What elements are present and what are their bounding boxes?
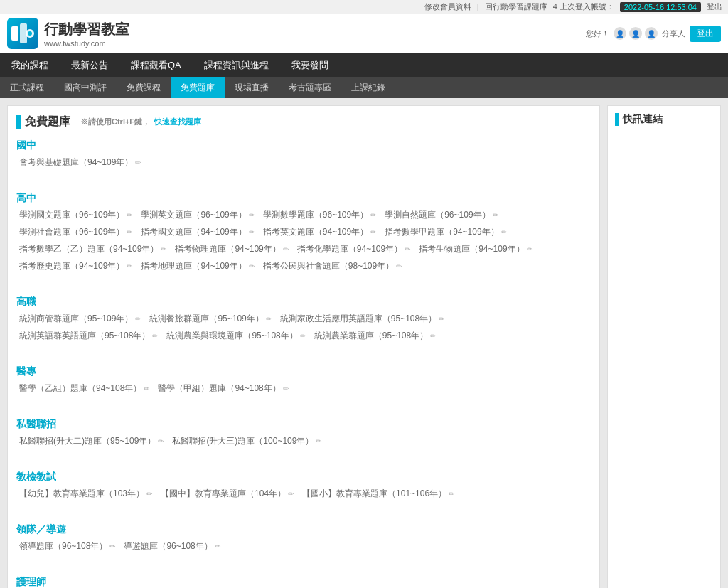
item-link[interactable]: 指考數學乙（乙）題庫（94~109年） [19, 243, 159, 255]
category-title[interactable]: 護理師 [16, 576, 591, 588]
edit-icon[interactable]: ✏ [449, 490, 454, 498]
item-link[interactable]: 統測餐旅群題庫（95~109年） [149, 313, 263, 325]
category-title[interactable]: 高中 [16, 192, 591, 205]
item-link[interactable]: 指考公民與社會題庫（98~109年） [263, 260, 394, 272]
item-link[interactable]: 指考化學題庫（94~109年） [297, 243, 402, 255]
edit-icon[interactable]: ✏ [249, 228, 255, 236]
edit-icon[interactable]: ✏ [396, 262, 402, 270]
item-link[interactable]: 學測國文題庫（96~109年） [19, 209, 124, 221]
item-link[interactable]: 學測社會題庫（96~109年） [19, 226, 124, 238]
item-link[interactable]: 私醫聯招(升大三)題庫（100~109年） [172, 435, 314, 447]
hint-link[interactable]: 快速查找題庫 [154, 117, 201, 127]
primary-nav-item[interactable]: 課程資訊與進程 [193, 53, 280, 77]
secondary-nav-item[interactable]: 免費題庫 [171, 77, 225, 98]
primary-nav-item[interactable]: 課程觀看QA [119, 53, 193, 77]
secondary-nav-item[interactable]: 考古題專區 [279, 77, 341, 98]
item-link[interactable]: 導遊題庫（96~108年） [124, 540, 212, 552]
page-title: 免費題庫 [25, 114, 70, 129]
item-link[interactable]: 指考地理題庫（94~109年） [141, 260, 246, 272]
user-icons: 👤 👤 👤 [614, 27, 658, 40]
edit-icon[interactable]: ✏ [430, 332, 436, 340]
secondary-nav-item[interactable]: 國高中測評 [54, 77, 117, 98]
logo-text: 行動學習教室 www.twstudy.com [44, 20, 129, 48]
item-link[interactable]: 學測自然題庫（96~109年） [385, 209, 490, 221]
edit-icon[interactable]: ✏ [135, 159, 141, 166]
edit-icon[interactable]: ✏ [493, 211, 498, 219]
primary-nav-item[interactable]: 我要發問 [280, 53, 340, 77]
edit-icon[interactable]: ✏ [501, 228, 507, 236]
category-title[interactable]: 領隊／導遊 [16, 523, 591, 536]
edit-icon[interactable]: ✏ [300, 332, 306, 340]
edit-icon[interactable]: ✏ [158, 437, 164, 445]
item-link[interactable]: 指考生物題庫（94~109年） [419, 243, 524, 255]
item-link[interactable]: 【國中】教育專業題庫（104年） [161, 488, 286, 500]
primary-nav-item[interactable]: 我的課程 [0, 53, 60, 77]
secondary-nav-item[interactable]: 正式課程 [0, 77, 54, 98]
category-title[interactable]: 國中 [16, 139, 591, 152]
item-link[interactable]: 指考國文題庫（94~109年） [141, 226, 246, 238]
edit-icon[interactable]: ✏ [249, 262, 255, 270]
list-item: 學測數學題庫（96~109年） ✏ [263, 209, 376, 221]
edit-icon[interactable]: ✏ [527, 245, 532, 253]
edit-icon[interactable]: ✏ [370, 211, 376, 219]
item-link[interactable]: 指考歷史題庫（94~109年） [19, 260, 124, 272]
edit-icon[interactable]: ✏ [405, 245, 410, 253]
edit-icon[interactable]: ✏ [127, 228, 132, 236]
edit-icon[interactable]: ✏ [161, 245, 166, 253]
item-link[interactable]: 會考與基礎題庫（94~109年） [19, 156, 133, 169]
primary-nav-item[interactable]: 最新公告 [60, 53, 119, 77]
edit-icon[interactable]: ✏ [144, 385, 149, 392]
edit-icon[interactable]: ✏ [283, 385, 289, 392]
header-login: 您好！ 👤 👤 👤 分享人 登出 [586, 26, 721, 42]
edit-icon[interactable]: ✏ [135, 315, 141, 323]
item-link[interactable]: 【幼兒】教育專業題庫（103年） [19, 488, 144, 500]
login-button[interactable]: 登出 [690, 26, 721, 42]
category-title[interactable]: 高職 [16, 296, 591, 309]
item-link[interactable]: 統測英語群英語題庫（95~108年） [19, 330, 150, 342]
list-item: 統測餐旅群題庫（95~109年） ✏ [149, 313, 271, 325]
category-title[interactable]: 醫專 [16, 365, 591, 378]
list-item: 醫學（乙組）題庫（94~108年） ✏ [19, 383, 149, 395]
edit-icon[interactable]: ✏ [266, 315, 272, 323]
edit-icon[interactable]: ✏ [215, 542, 220, 550]
category-title[interactable]: 教檢教試 [16, 471, 591, 483]
item-link[interactable]: 指考物理題庫（94~109年） [175, 243, 280, 255]
item-link[interactable]: 私醫聯招(升大二)題庫（95~109年） [19, 435, 156, 447]
svg-rect-0 [11, 26, 18, 41]
edit-icon[interactable]: ✏ [288, 490, 294, 498]
secondary-nav-item[interactable]: 免費課程 [117, 77, 171, 98]
item-link[interactable]: 指考數學甲題庫（94~109年） [385, 226, 498, 238]
back-to-library-link[interactable]: 回行動學習課題庫 [485, 1, 547, 12]
item-link[interactable]: 醫學（乙組）題庫（94~108年） [19, 383, 141, 395]
item-link[interactable]: 學測數學題庫（96~109年） [263, 209, 368, 221]
edit-icon[interactable]: ✏ [152, 332, 158, 340]
edit-icon[interactable]: ✏ [439, 315, 444, 323]
edit-icon[interactable]: ✏ [316, 437, 321, 445]
edit-icon[interactable]: ✏ [249, 211, 255, 219]
list-item: 指考物理題庫（94~109年） ✏ [175, 243, 288, 255]
list-item: 指考生物題庫（94~109年） ✏ [419, 243, 532, 255]
edit-icon[interactable]: ✏ [127, 211, 132, 219]
item-link[interactable]: 統測農業與環境題庫（95~108年） [166, 330, 297, 342]
item-link[interactable]: 領導題庫（96~108年） [19, 540, 107, 552]
item-link[interactable]: 統測農業群題庫（95~108年） [314, 330, 428, 342]
edit-icon[interactable]: ✏ [146, 490, 152, 498]
logout-link[interactable]: 登出 [707, 1, 722, 12]
secondary-nav-item[interactable]: 上課紀錄 [341, 77, 395, 98]
edit-icon[interactable]: ✏ [283, 245, 289, 253]
item-link[interactable]: 醫學（甲組）題庫（94~108年） [158, 383, 280, 395]
edit-profile-link[interactable]: 修改會員資料 [424, 1, 471, 12]
list-item: 指考公民與社會題庫（98~109年） ✏ [263, 260, 402, 272]
edit-icon[interactable]: ✏ [370, 228, 376, 236]
category-title[interactable]: 私醫聯招 [16, 418, 591, 431]
edit-icon[interactable]: ✏ [127, 262, 132, 270]
item-link[interactable]: 【國小】教育專業題庫（101~106年） [302, 488, 446, 500]
category: 國中會考與基礎題庫（94~109年） ✏ [16, 134, 591, 176]
secondary-nav-item[interactable]: 現場直播 [225, 77, 279, 98]
item-link[interactable]: 學測英文題庫（96~109年） [141, 209, 246, 221]
edit-icon[interactable]: ✏ [109, 542, 115, 550]
item-link[interactable]: 指考英文題庫（94~109年） [263, 226, 368, 238]
item-link[interactable]: 統測商管群題庫（95~109年） [19, 313, 133, 325]
item-link[interactable]: 統測家政生活應用英語題庫（95~108年） [280, 313, 437, 325]
category: 高中學測國文題庫（96~109年） ✏學測英文題庫（96~109年） ✏學測數學… [16, 186, 591, 280]
